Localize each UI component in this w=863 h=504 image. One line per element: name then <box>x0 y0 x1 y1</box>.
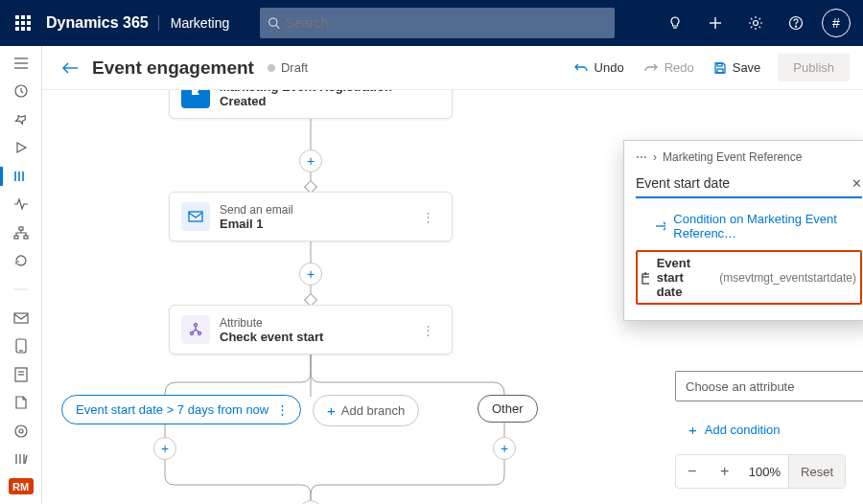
svg-rect-15 <box>19 227 23 230</box>
branch-condition-1[interactable]: Event start date > 7 days from now ⋮ <box>61 395 301 424</box>
zoom-out-button[interactable]: − <box>676 455 709 488</box>
nav-forms[interactable] <box>4 365 38 384</box>
redo-button[interactable]: Redo <box>636 55 702 80</box>
svg-line-1 <box>276 25 279 28</box>
back-button[interactable] <box>56 54 84 82</box>
svg-point-25 <box>19 429 23 433</box>
svg-point-7 <box>796 26 797 27</box>
svg-point-0 <box>268 18 276 26</box>
svg-rect-17 <box>24 236 28 239</box>
svg-rect-19 <box>14 313 28 323</box>
attribute-picker-panel: ⋯ › Marketing Event Reference ✕ Conditio… <box>623 140 863 321</box>
branch-other[interactable]: Other <box>478 395 538 423</box>
node-email-type: Send an email <box>220 203 293 217</box>
add-step-1[interactable]: + <box>299 149 322 172</box>
settings-button[interactable] <box>736 0 775 46</box>
publish-button[interactable]: Publish <box>778 54 850 81</box>
choose-attribute-dropdown[interactable]: Choose an attribute <box>675 371 863 401</box>
waffle-icon <box>15 15 31 31</box>
mail-icon <box>181 202 210 231</box>
add-step-2[interactable]: + <box>299 263 322 286</box>
save-button[interactable]: Save <box>706 55 769 80</box>
new-button[interactable] <box>696 0 735 46</box>
svg-rect-33 <box>717 69 723 73</box>
idea-button[interactable] <box>656 0 694 46</box>
nav-mail[interactable] <box>4 309 38 328</box>
help-button[interactable] <box>777 0 815 46</box>
plus-icon <box>708 15 723 31</box>
undo-button[interactable]: Undo <box>566 55 632 80</box>
account-button[interactable]: # <box>817 0 855 46</box>
branch-icon <box>181 315 210 344</box>
chevron-right-icon: › <box>653 150 657 164</box>
svg-point-5 <box>754 21 758 26</box>
area-label: Marketing <box>158 15 229 31</box>
nav-recent[interactable] <box>4 82 38 102</box>
undo-icon <box>573 61 589 75</box>
journey-canvas[interactable]: Marketing Event Registration Created + S… <box>42 90 863 504</box>
branch-condition-1-more[interactable]: ⋮ <box>276 402 289 417</box>
plus-icon: + <box>327 402 336 419</box>
page-title: Event engagement <box>92 57 254 79</box>
nav-tree[interactable] <box>4 223 38 242</box>
attribute-option-condition[interactable]: Condition on Marketing Event Referenc… <box>653 206 862 246</box>
svg-rect-32 <box>717 63 722 66</box>
zoom-controls: − + 100% Reset <box>675 454 846 489</box>
add-step-right[interactable]: + <box>493 437 516 460</box>
nav-notify[interactable] <box>4 336 38 355</box>
attribute-search-input[interactable] <box>636 175 851 191</box>
nav-pinned[interactable] <box>4 110 38 129</box>
breadcrumb[interactable]: ⋯ › Marketing Event Reference <box>636 149 862 166</box>
node-email-more[interactable]: ⋮ <box>416 206 440 228</box>
node-attribute[interactable]: Attribute Check event start ⋮ <box>169 305 453 355</box>
nav-signals[interactable] <box>4 195 38 215</box>
zoom-reset-button[interactable]: Reset <box>788 455 845 488</box>
search-icon <box>268 16 280 30</box>
redo-icon <box>643 61 659 75</box>
brand-label: Dynamics 365 <box>46 14 149 32</box>
arrow-right-icon <box>655 221 665 231</box>
add-branch-button[interactable]: + Add branch <box>313 395 419 426</box>
nav-divider <box>4 280 38 299</box>
user-badge[interactable]: RM <box>9 478 34 494</box>
avatar: # <box>822 9 851 37</box>
calendar-icon <box>641 271 649 285</box>
help-icon <box>788 15 804 31</box>
zoom-in-button[interactable]: + <box>709 455 741 488</box>
node-attr-name: Check event start <box>220 330 323 344</box>
nav-library[interactable] <box>4 449 38 469</box>
svg-rect-39 <box>189 212 202 221</box>
nav-play[interactable] <box>4 139 38 158</box>
back-arrow-icon <box>61 61 79 75</box>
nav-journeys[interactable] <box>4 167 38 186</box>
node-email[interactable]: Send an email Email 1 ⋮ <box>169 192 453 241</box>
branch-condition-1-label: Event start date > 7 days from now <box>76 402 268 417</box>
node-attr-type: Attribute <box>220 316 323 330</box>
clear-search-button[interactable]: ✕ <box>851 176 862 191</box>
status-dot <box>268 64 275 72</box>
node-attr-more[interactable]: ⋮ <box>416 319 440 341</box>
save-icon <box>713 61 727 75</box>
nav-history[interactable] <box>4 252 38 271</box>
svg-rect-44 <box>642 274 649 284</box>
nav-template[interactable] <box>4 393 38 412</box>
gear-icon <box>748 15 763 31</box>
svg-line-30 <box>25 455 27 464</box>
attribute-option-eventstartdate[interactable]: Event start date (msevtmgt_eventstartdat… <box>636 250 862 305</box>
nav-menu[interactable] <box>4 54 38 73</box>
node-trigger[interactable]: Marketing Event Registration Created <box>169 90 453 119</box>
svg-point-40 <box>195 324 198 327</box>
app-launcher[interactable] <box>8 0 38 46</box>
add-step-left[interactable]: + <box>153 437 176 460</box>
nav-settings2[interactable] <box>4 422 38 441</box>
plus-icon: + <box>688 422 697 438</box>
global-search-input[interactable] <box>286 15 607 31</box>
zoom-level: 100% <box>741 465 788 479</box>
node-email-name: Email 1 <box>220 217 293 231</box>
add-condition-button[interactable]: + Add condition <box>688 422 781 438</box>
more-icon: ⋯ <box>636 150 647 164</box>
lightbulb-icon <box>667 15 683 31</box>
global-search[interactable] <box>260 8 615 38</box>
svg-point-26 <box>15 425 27 437</box>
svg-rect-16 <box>14 236 18 239</box>
